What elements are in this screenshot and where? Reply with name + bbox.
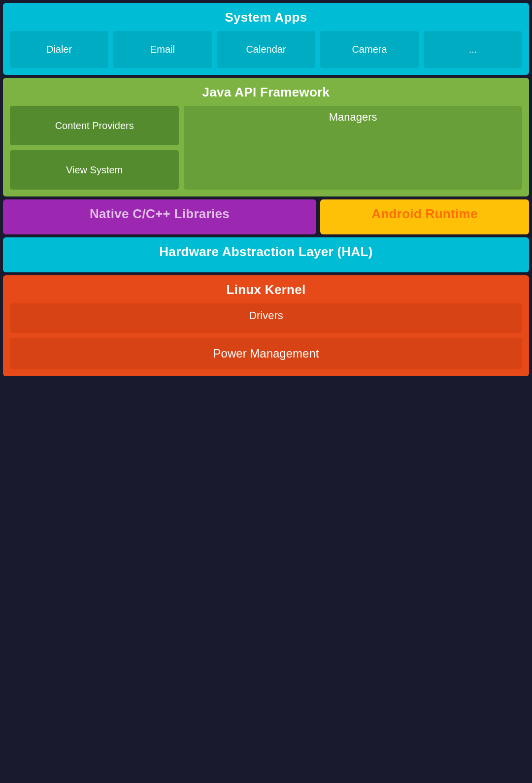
system-app-cell: Dialer	[10, 31, 108, 68]
java-api-content: Content ProvidersView System Managers	[10, 106, 522, 190]
java-api-title: Java API Framework	[10, 85, 522, 100]
linux-kernel-title: Linux Kernel	[10, 282, 522, 297]
android-runtime-title: Android Runtime	[327, 206, 522, 222]
drivers-title: Drivers	[16, 309, 516, 322]
system-apps-layer: System Apps DialerEmailCalendarCamera...	[3, 3, 529, 75]
native-runtime-row: Native C/C++ Libraries Android Runtime	[3, 199, 529, 234]
system-app-cell: Calendar	[217, 31, 315, 68]
java-api-left: Content ProvidersView System	[10, 106, 179, 190]
java-api-right: Managers	[184, 106, 522, 190]
native-libs-title: Native C/C++ Libraries	[10, 206, 309, 222]
linux-kernel-layer: Linux Kernel Drivers Power Management	[3, 275, 529, 376]
java-api-layer: Java API Framework Content ProvidersView…	[3, 78, 529, 196]
system-apps-row: DialerEmailCalendarCamera...	[10, 31, 522, 68]
hal-layer: Hardware Abstraction Layer (HAL)	[3, 237, 529, 272]
java-api-left-cell: Content Providers	[10, 106, 179, 145]
managers-title: Managers	[189, 111, 517, 124]
system-app-cell: ...	[424, 31, 522, 68]
system-app-cell: Camera	[320, 31, 419, 68]
drivers-box: Drivers	[10, 303, 522, 333]
hal-title: Hardware Abstraction Layer (HAL)	[10, 244, 522, 260]
system-app-cell: Email	[113, 31, 212, 68]
system-apps-title: System Apps	[10, 10, 522, 25]
native-libs-layer: Native C/C++ Libraries	[3, 199, 316, 234]
power-management: Power Management	[10, 338, 522, 369]
android-runtime-layer: Android Runtime	[320, 199, 529, 234]
java-api-left-cell: View System	[10, 150, 179, 190]
